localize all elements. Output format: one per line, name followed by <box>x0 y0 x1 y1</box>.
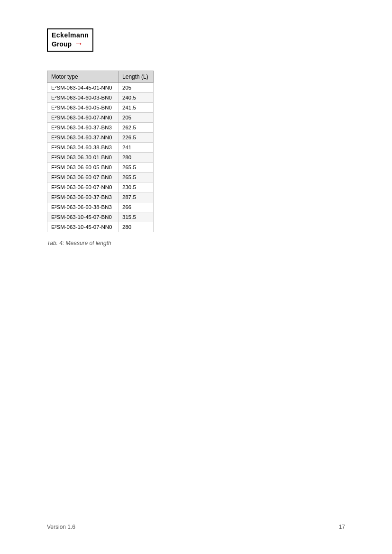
cell-length: 266 <box>119 202 154 212</box>
cell-length: 280 <box>119 153 154 163</box>
cell-length: 241.5 <box>119 103 154 113</box>
cell-length: 265.5 <box>119 163 154 173</box>
cell-motor-type: E²SM-063-10-45-07-NN0 <box>47 222 119 232</box>
cell-motor-type: E²SM-063-06-60-37-BN3 <box>47 192 119 202</box>
table-row: E²SM-063-04-60-05-BN0241.5 <box>47 103 154 113</box>
table-row: E²SM-063-10-45-07-BN0315.5 <box>47 212 154 222</box>
logo-eckelmann: Eckelmann <box>52 31 89 39</box>
footer-page: 17 <box>339 524 345 530</box>
table-wrapper: Motor type Length (L) E²SM-063-04-45-01-… <box>47 71 345 232</box>
cell-motor-type: E²SM-063-06-60-05-BN0 <box>47 163 119 173</box>
table-row: E²SM-063-04-45-01-NN0205 <box>47 83 154 93</box>
cell-motor-type: E²SM-063-04-60-37-BN3 <box>47 123 119 133</box>
cell-motor-type: E²SM-063-04-45-01-NN0 <box>47 83 119 93</box>
cell-length: 205 <box>119 113 154 123</box>
table-row: E²SM-063-06-60-37-BN3287.5 <box>47 192 154 202</box>
cell-length: 241 <box>119 143 154 153</box>
column-header-motor-type: Motor type <box>47 71 119 83</box>
cell-motor-type: E²SM-063-04-60-03-BN0 <box>47 93 119 103</box>
cell-motor-type: E²SM-063-04-60-37-NN0 <box>47 133 119 143</box>
table-row: E²SM-063-04-60-37-BN3262.5 <box>47 123 154 133</box>
cell-motor-type: E²SM-063-04-60-05-BN0 <box>47 103 119 113</box>
table-header-row: Motor type Length (L) <box>47 71 154 83</box>
cell-motor-type: E²SM-063-06-60-38-BN3 <box>47 202 119 212</box>
logo-box: Eckelmann Group → <box>47 28 93 52</box>
table-row: E²SM-063-06-60-05-BN0265.5 <box>47 163 154 173</box>
cell-length: 240.5 <box>119 93 154 103</box>
logo-group-text: Group <box>52 40 72 48</box>
footer: Version 1.6 17 <box>47 524 345 530</box>
table-row: E²SM-063-06-60-07-BN0265.5 <box>47 173 154 182</box>
cell-motor-type: E²SM-063-10-45-07-BN0 <box>47 212 119 222</box>
table-row: E²SM-063-04-60-37-NN0226.5 <box>47 133 154 143</box>
table-row: E²SM-063-06-60-38-BN3266 <box>47 202 154 212</box>
logo-group-row: Group → <box>52 39 89 49</box>
cell-motor-type: E²SM-063-04-60-38-BN3 <box>47 143 119 153</box>
column-header-length: Length (L) <box>119 71 154 83</box>
table-row: E²SM-063-06-60-07-NN0230.5 <box>47 182 154 192</box>
table-caption: Tab. 4: Measure of length <box>47 240 345 246</box>
cell-length: 287.5 <box>119 192 154 202</box>
cell-motor-type: E²SM-063-06-60-07-NN0 <box>47 182 119 192</box>
motor-type-table: Motor type Length (L) E²SM-063-04-45-01-… <box>47 71 154 232</box>
cell-length: 230.5 <box>119 182 154 192</box>
page-container: Eckelmann Group → Motor type Length (L) … <box>0 0 392 554</box>
cell-length: 280 <box>119 222 154 232</box>
logo-arrow-icon: → <box>74 39 83 49</box>
footer-version: Version 1.6 <box>47 524 75 530</box>
cell-length: 315.5 <box>119 212 154 222</box>
table-row: E²SM-063-06-30-01-BN0280 <box>47 153 154 163</box>
table-row: E²SM-063-04-60-38-BN3241 <box>47 143 154 153</box>
cell-length: 226.5 <box>119 133 154 143</box>
logo-container: Eckelmann Group → <box>47 28 345 52</box>
cell-motor-type: E²SM-063-06-30-01-BN0 <box>47 153 119 163</box>
table-row: E²SM-063-10-45-07-NN0280 <box>47 222 154 232</box>
cell-length: 262.5 <box>119 123 154 133</box>
table-row: E²SM-063-04-60-07-NN0205 <box>47 113 154 123</box>
cell-length: 265.5 <box>119 173 154 182</box>
cell-motor-type: E²SM-063-04-60-07-NN0 <box>47 113 119 123</box>
table-row: E²SM-063-04-60-03-BN0240.5 <box>47 93 154 103</box>
cell-length: 205 <box>119 83 154 93</box>
cell-motor-type: E²SM-063-06-60-07-BN0 <box>47 173 119 182</box>
